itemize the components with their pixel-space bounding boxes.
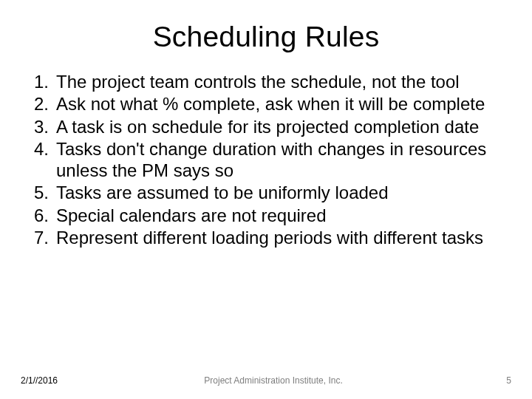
item-number: 4. bbox=[28, 138, 56, 182]
item-text: Tasks don't change duration with changes… bbox=[56, 138, 510, 182]
footer-organization: Project Administration Institute, Inc. bbox=[58, 375, 489, 386]
footer-date: 2/1//2016 bbox=[21, 375, 58, 386]
slide-title: Scheduling Rules bbox=[22, 21, 510, 53]
item-number: 3. bbox=[28, 116, 56, 137]
list-item: 6. Special calendars are not required bbox=[28, 205, 510, 226]
list-item: 3. A task is on schedule for its project… bbox=[28, 116, 510, 137]
list-item: 2. Ask not what % complete, ask when it … bbox=[28, 93, 510, 115]
rules-list: 1. The project team controls the schedul… bbox=[22, 71, 510, 249]
list-item: 1. The project team controls the schedul… bbox=[28, 71, 510, 92]
item-text: A task is on schedule for its projected … bbox=[56, 116, 510, 137]
item-text: The project team controls the schedule, … bbox=[56, 71, 510, 92]
item-number: 5. bbox=[28, 182, 56, 203]
item-text: Tasks are assumed to be uniformly loaded bbox=[56, 182, 510, 203]
item-number: 1. bbox=[28, 71, 56, 92]
list-item: 5. Tasks are assumed to be uniformly loa… bbox=[28, 182, 510, 203]
item-text: Represent different loading periods with… bbox=[56, 227, 510, 248]
item-text: Special calendars are not required bbox=[56, 205, 510, 226]
item-number: 7. bbox=[28, 227, 56, 248]
footer-page-number: 5 bbox=[489, 375, 511, 386]
slide: Scheduling Rules 1. The project team con… bbox=[0, 0, 532, 399]
item-text: Ask not what % complete, ask when it wil… bbox=[56, 93, 510, 115]
list-item: 4. Tasks don't change duration with chan… bbox=[28, 138, 510, 182]
item-number: 2. bbox=[28, 93, 56, 115]
list-item: 7. Represent different loading periods w… bbox=[28, 227, 510, 248]
slide-footer: 2/1//2016 Project Administration Institu… bbox=[0, 375, 532, 386]
item-number: 6. bbox=[28, 205, 56, 226]
